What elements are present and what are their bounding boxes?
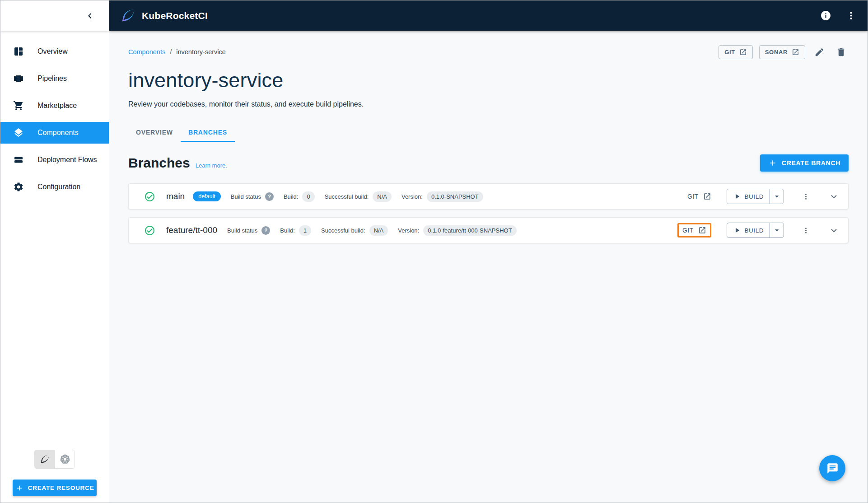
build-status-label: Build status	[231, 193, 261, 200]
kebab-menu-icon	[802, 226, 810, 235]
version-chip: 0.1.0-feature/tt-000-SNAPSHOT	[423, 225, 516, 236]
chevron-down-icon	[828, 191, 840, 202]
component-actions: GIT SONAR	[719, 44, 849, 60]
git-button[interactable]: GIT	[719, 45, 753, 59]
version-group: Version: 0.1.0-SNAPSHOT	[401, 191, 483, 202]
plus-icon	[15, 484, 23, 492]
app-header: KubeRocketCI	[109, 0, 868, 31]
appbar-actions	[819, 9, 858, 23]
sidebar-item-label: Deployment Flows	[37, 156, 97, 164]
sidebar-item-marketplace[interactable]: Marketplace	[0, 95, 109, 116]
successful-build-label: Successful build:	[321, 227, 365, 234]
kubernetes-icon	[59, 453, 71, 465]
sonar-button[interactable]: SONAR	[759, 45, 805, 59]
sidebar-item-pipelines[interactable]: Pipelines	[0, 68, 109, 89]
branches-title-wrap: Branches Learn more.	[128, 155, 227, 171]
build-button[interactable]: BUILD	[727, 189, 770, 204]
help-icon[interactable]: ?	[265, 192, 274, 201]
successful-build-group: Successful build: N/A	[325, 191, 392, 202]
sidebar-item-overview[interactable]: Overview	[0, 41, 109, 62]
sidebar-item-deployment-flows[interactable]: Deployment Flows	[0, 149, 109, 171]
build-label: Build:	[284, 193, 299, 200]
chat-icon	[826, 462, 839, 475]
build-button-label: BUILD	[745, 227, 764, 234]
main-area: KubeRocketCI Components /	[109, 0, 868, 503]
git-button-label: GIT	[724, 49, 735, 56]
build-dropdown-button[interactable]	[770, 223, 784, 238]
header-menu-button[interactable]	[844, 9, 858, 23]
dashboard-icon	[13, 46, 24, 57]
sidebar-collapse-button[interactable]	[83, 9, 97, 23]
build-count-chip: 0	[302, 191, 314, 202]
build-status-group: Build status ?	[231, 192, 274, 201]
branch-row-feature-tt-000: feature/tt-000 Build status ? Build: 1 S…	[128, 217, 849, 243]
build-button-label: BUILD	[745, 193, 764, 200]
tab-overview[interactable]: OVERVIEW	[128, 123, 181, 142]
create-branch-label: CREATE BRANCH	[782, 159, 840, 167]
kebab-menu-icon	[845, 10, 857, 21]
successful-build-group: Successful build: N/A	[321, 225, 388, 236]
branch-row-main: main default Build status ? Build: 0 Suc…	[128, 183, 849, 210]
breadcrumb-current: inventory-service	[176, 48, 226, 56]
page-content: Components / inventory-service GIT SONAR	[109, 31, 868, 503]
pipelines-icon	[13, 73, 24, 84]
branch-git-button-highlighted[interactable]: GIT	[682, 226, 706, 234]
breadcrumb-components-link[interactable]: Components	[128, 48, 165, 56]
sidebar-item-components[interactable]: Components	[0, 122, 109, 144]
info-button[interactable]	[819, 9, 832, 23]
create-resource-button[interactable]: CREATE RESOURCE	[13, 480, 97, 496]
git-highlight-box: GIT	[677, 223, 711, 238]
default-badge: default	[193, 191, 221, 201]
app-logo: KubeRocketCI	[120, 8, 208, 23]
breadcrumb: Components / inventory-service	[128, 48, 226, 56]
git-link-label: GIT	[682, 227, 694, 234]
sidebar-item-label: Marketplace	[37, 102, 77, 110]
build-button[interactable]: BUILD	[727, 223, 770, 238]
kuberocketci-view-toggle[interactable]	[35, 450, 55, 468]
branch-expand-button[interactable]	[827, 190, 840, 203]
sidebar-item-label: Pipelines	[37, 75, 67, 83]
build-count-chip: 1	[299, 225, 311, 236]
version-label: Version:	[401, 193, 423, 200]
branch-expand-button[interactable]	[827, 224, 840, 237]
chevron-down-icon	[828, 225, 840, 236]
branch-menu-button[interactable]	[799, 224, 812, 237]
plus-icon	[768, 158, 777, 168]
branch-name: feature/tt-000	[166, 225, 217, 235]
branches-header: Branches Learn more. CREATE BRANCH	[128, 154, 849, 172]
build-dropdown-button[interactable]	[770, 189, 784, 204]
delete-component-button[interactable]	[833, 44, 849, 60]
trash-icon	[836, 47, 846, 57]
open-in-new-icon	[792, 48, 799, 56]
sidebar-item-configuration[interactable]: Configuration	[0, 176, 109, 198]
learn-more-link[interactable]: Learn more.	[196, 162, 227, 169]
branch-row-actions: GIT BUILD	[687, 189, 840, 204]
layers-icon	[13, 127, 24, 138]
build-split-button: BUILD	[727, 223, 784, 238]
branch-menu-button[interactable]	[799, 190, 812, 203]
help-icon[interactable]: ?	[261, 226, 270, 235]
branches-heading: Branches	[128, 155, 190, 171]
play-icon	[733, 226, 741, 234]
build-count-group: Build: 0	[284, 191, 315, 202]
create-resource-label: CREATE RESOURCE	[28, 484, 94, 491]
successful-build-chip: N/A	[373, 191, 392, 202]
kebab-menu-icon	[802, 192, 810, 201]
sidebar-nav: Overview Pipelines Marketplace Component…	[0, 31, 109, 200]
chat-fab-button[interactable]	[819, 455, 845, 481]
sidebar-item-label: Configuration	[37, 183, 80, 191]
status-check-icon	[144, 225, 155, 236]
kubernetes-view-toggle[interactable]	[55, 450, 75, 468]
create-branch-button[interactable]: CREATE BRANCH	[760, 154, 849, 172]
edit-component-button[interactable]	[812, 44, 827, 60]
sonar-button-label: SONAR	[765, 49, 788, 56]
build-label: Build:	[280, 227, 295, 234]
build-count-group: Build: 1	[280, 225, 311, 236]
tab-branches[interactable]: BRANCHES	[181, 123, 235, 142]
branch-git-button[interactable]: GIT	[687, 192, 711, 200]
open-in-new-icon	[698, 226, 706, 234]
sidebar-header	[0, 0, 109, 31]
branch-row-actions: GIT BUILD	[677, 223, 840, 238]
tabs: OVERVIEW BRANCHES	[128, 123, 849, 142]
version-label: Version:	[398, 227, 419, 234]
